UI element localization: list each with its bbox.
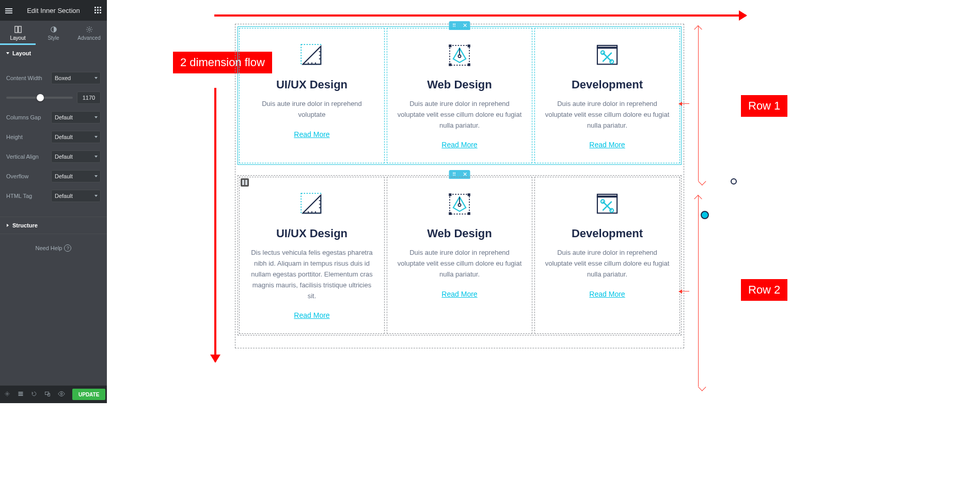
- svg-rect-17: [468, 64, 470, 66]
- tab-layout[interactable]: Layout: [0, 21, 36, 45]
- chevron-right-icon: [7, 224, 9, 227]
- ruler-icon: [298, 42, 325, 69]
- annotation-bracket-row2: [689, 195, 699, 387]
- annotation-circle-filled: [701, 211, 709, 219]
- svg-rect-1: [18, 26, 21, 33]
- column[interactable]: UI/UX Design Duis aute irure dolor in re…: [239, 28, 385, 163]
- column[interactable]: Web Design Duis aute irure dolor in repr…: [387, 177, 532, 334]
- tab-label: Style: [48, 35, 59, 41]
- need-help-text: Need Help: [36, 245, 62, 251]
- card-title: Development: [543, 227, 671, 240]
- card-title: Web Design: [396, 227, 524, 240]
- card-description: Dis lectus vehicula felis egestas pharet…: [248, 248, 376, 301]
- card-title: Development: [543, 78, 671, 91]
- ruler-icon: [298, 191, 325, 218]
- navigator-footer-icon[interactable]: [18, 391, 24, 398]
- read-more-link[interactable]: Read More: [441, 141, 477, 149]
- overflow-label: Overflow: [6, 173, 28, 179]
- svg-rect-0: [14, 26, 17, 33]
- panel-section-layout: Layout Content Width Columns Gap Height: [0, 45, 107, 217]
- read-more-link[interactable]: Read More: [294, 311, 329, 319]
- responsive-footer-icon[interactable]: [44, 391, 51, 398]
- width-slider[interactable]: [6, 97, 73, 99]
- svg-rect-27: [449, 194, 451, 196]
- tools-icon: [594, 42, 621, 69]
- svg-rect-23: [245, 180, 247, 185]
- annotation-row1-label: Row 1: [741, 95, 787, 117]
- history-footer-icon[interactable]: [31, 391, 37, 398]
- slider-thumb[interactable]: [37, 94, 44, 101]
- sidebar-title: Edit Inner Section: [27, 7, 80, 14]
- tab-style[interactable]: Style: [36, 21, 71, 45]
- tools-icon: [594, 191, 621, 218]
- inner-section-row-2[interactable]: ⠿ ✕ UI/UX Design Dis lectus vehicula fel…: [238, 175, 682, 335]
- card-description: Duis aute irure dolor in reprehend volup…: [396, 248, 524, 280]
- card-description: Duis aute irure dolor in reprehend volup…: [248, 99, 376, 120]
- annotation-row2-label: Row 2: [741, 279, 787, 301]
- annotation-bracket-row1: [689, 26, 699, 181]
- edit-column-icon[interactable]: [241, 178, 249, 187]
- read-more-link[interactable]: Read More: [441, 290, 477, 298]
- annotation-circle-open: [731, 178, 737, 185]
- content-width-select[interactable]: [51, 72, 101, 84]
- card-title: UI/UX Design: [248, 78, 376, 91]
- svg-rect-29: [449, 212, 451, 215]
- height-label: Height: [6, 134, 23, 140]
- tab-advanced[interactable]: Advanced: [71, 21, 107, 45]
- annotation-arrow-right: [214, 14, 746, 17]
- section-toggle-structure[interactable]: Structure: [0, 217, 107, 234]
- svg-point-13: [458, 55, 461, 57]
- help-icon: ?: [64, 244, 71, 252]
- read-more-link[interactable]: Read More: [294, 130, 329, 139]
- card-description: Duis aute irure dolor in reprehend volup…: [543, 248, 671, 280]
- section-toggle-layout[interactable]: Layout: [0, 45, 107, 62]
- width-number-input[interactable]: [77, 91, 101, 104]
- settings-panel: Layout Content Width Columns Gap Height: [0, 45, 107, 386]
- column[interactable]: Web Design Duis aute irure dolor in repr…: [387, 28, 532, 163]
- overflow-select[interactable]: [51, 170, 101, 182]
- outer-section: ⠿ ✕ UI/UX Design Duis aute irure dolor i…: [235, 24, 684, 348]
- svg-point-26: [458, 204, 461, 207]
- read-more-link[interactable]: Read More: [589, 290, 625, 298]
- menu-icon[interactable]: [5, 7, 12, 13]
- svg-rect-16: [449, 64, 451, 66]
- html-tag-select[interactable]: [51, 190, 101, 202]
- svg-point-10: [60, 393, 62, 395]
- pen-tool-icon: [446, 191, 473, 218]
- need-help-link[interactable]: Need Help ?: [0, 234, 107, 262]
- column[interactable]: Development Duis aute irure dolor in rep…: [534, 28, 680, 163]
- section-title-text: Layout: [12, 50, 31, 56]
- tab-label: Advanced: [77, 35, 100, 41]
- vertical-align-label: Vertical Align: [6, 154, 39, 160]
- svg-rect-15: [468, 44, 470, 47]
- html-tag-label: HTML Tag: [6, 193, 32, 199]
- height-select[interactable]: [51, 131, 101, 143]
- svg-rect-18: [597, 47, 617, 64]
- apps-grid-icon[interactable]: [94, 7, 102, 14]
- svg-rect-31: [597, 196, 617, 213]
- svg-rect-7: [19, 395, 23, 396]
- editor-sidebar: Edit Inner Section Layout Style Advanced…: [0, 0, 107, 403]
- settings-footer-icon[interactable]: [4, 391, 10, 398]
- columns-gap-label: Columns Gap: [6, 114, 41, 120]
- content-width-label: Content Width: [6, 75, 42, 81]
- columns-gap-select[interactable]: [51, 111, 101, 124]
- layout-icon: [14, 26, 22, 33]
- vertical-align-select[interactable]: [51, 150, 101, 163]
- svg-rect-30: [468, 212, 470, 215]
- inner-section-row-1[interactable]: ⠿ ✕ UI/UX Design Duis aute irure dolor i…: [238, 26, 682, 165]
- svg-rect-22: [242, 180, 244, 185]
- svg-rect-14: [449, 44, 451, 47]
- style-icon: [50, 26, 57, 33]
- read-more-link[interactable]: Read More: [589, 141, 625, 149]
- sidebar-footer: UPDATE: [0, 386, 107, 403]
- svg-rect-5: [19, 392, 23, 393]
- update-button[interactable]: UPDATE: [72, 389, 105, 400]
- preview-footer-icon[interactable]: [58, 391, 65, 398]
- tab-label: Layout: [10, 35, 25, 41]
- sidebar-header: Edit Inner Section: [0, 0, 107, 21]
- chevron-down-icon: [6, 52, 9, 54]
- column[interactable]: UI/UX Design Dis lectus vehicula felis e…: [239, 177, 385, 334]
- column[interactable]: Development Duis aute irure dolor in rep…: [534, 177, 680, 334]
- svg-rect-28: [468, 194, 470, 196]
